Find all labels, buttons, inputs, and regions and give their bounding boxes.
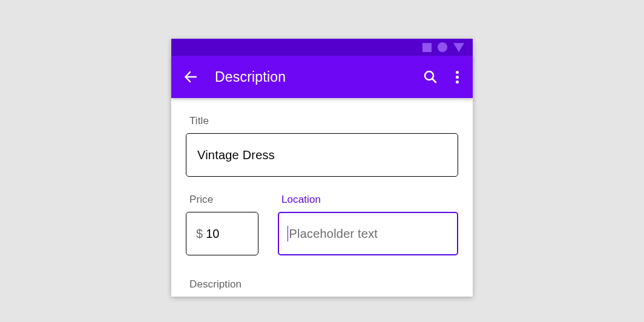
- location-input[interactable]: [289, 227, 448, 241]
- title-field[interactable]: [186, 133, 458, 177]
- search-icon: [423, 70, 438, 84]
- app-bar: Description: [171, 56, 473, 98]
- description-label: Description: [189, 278, 458, 291]
- price-value: 10: [206, 227, 219, 241]
- appbar-title: Description: [215, 69, 411, 85]
- price-currency: $: [196, 227, 203, 241]
- price-label: Price: [189, 194, 258, 206]
- title-label: Title: [189, 115, 458, 127]
- status-bar: [171, 39, 473, 56]
- more-button[interactable]: [450, 70, 464, 84]
- back-button[interactable]: [183, 70, 198, 84]
- status-square-icon: [422, 43, 432, 52]
- arrow-left-icon: [183, 70, 198, 84]
- location-field[interactable]: [278, 212, 458, 255]
- price-field[interactable]: $ 10: [186, 212, 258, 255]
- phone-frame: Description Title Price $ 10: [171, 39, 473, 297]
- status-triangle-icon: [453, 43, 464, 52]
- svg-line-2: [432, 79, 436, 82]
- search-button[interactable]: [423, 70, 438, 84]
- title-input[interactable]: [197, 148, 447, 162]
- text-cursor: [288, 226, 288, 242]
- status-circle-icon: [438, 42, 447, 52]
- location-label: Location: [281, 194, 458, 206]
- more-vert-icon: [456, 71, 459, 74]
- form-content: Title Price $ 10 Location Description: [171, 98, 473, 291]
